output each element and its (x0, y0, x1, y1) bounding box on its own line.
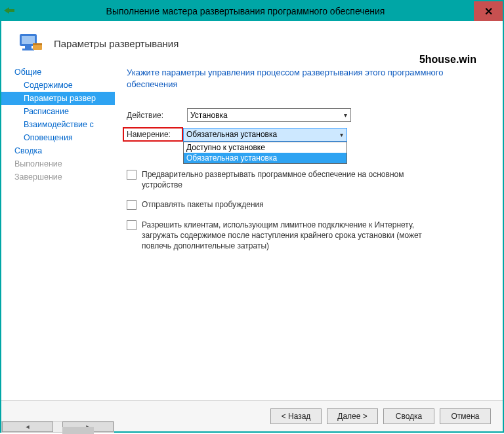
sidebar-item-summary[interactable]: Сводка (1, 144, 115, 157)
svg-rect-2 (22, 36, 35, 44)
check-wakeup-label: Отправлять пакеты пробуждения (142, 199, 264, 210)
wizard-window: Выполнение мастера развертывания програм… (0, 0, 504, 433)
wizard-computer-icon (17, 30, 43, 56)
options-group: Предварительно развертывать программное … (127, 169, 484, 251)
sidebar-item-user-experience[interactable]: Взаимодействие с (1, 118, 115, 131)
close-button[interactable]: ✕ (474, 1, 503, 21)
purpose-row: Намерение: Обязательная установка ▾ Дост… (127, 127, 484, 142)
cancel-button[interactable]: Отмена (440, 408, 491, 424)
chevron-down-icon: ▾ (336, 131, 346, 138)
purpose-select[interactable]: Обязательная установка ▾ Доступно к уста… (183, 128, 347, 142)
summary-button[interactable]: Сводка (383, 408, 434, 424)
wizard-content: Укажите параметры управления процессом р… (115, 63, 503, 400)
check-predeploy[interactable] (127, 170, 136, 180)
check-metered[interactable] (127, 220, 136, 230)
purpose-select-value: Обязательная установка (186, 130, 277, 139)
window-title: Выполнение мастера развертывания програм… (17, 6, 474, 16)
sidebar-item-general[interactable]: Общие (1, 66, 115, 79)
check-predeploy-row: Предварительно развертывать программное … (127, 169, 484, 190)
purpose-option-required[interactable]: Обязательная установка (184, 153, 346, 163)
next-button[interactable]: Далее > (327, 408, 378, 424)
sidebar-item-content[interactable]: Содержимое (1, 79, 115, 92)
chevron-down-icon: ▾ (340, 111, 350, 119)
titlebar: Выполнение мастера развертывания програм… (1, 1, 503, 21)
purpose-option-available[interactable]: Доступно к установке (184, 142, 346, 153)
svg-rect-4 (22, 49, 34, 50)
sidebar-item-deploy-params[interactable]: Параметры развер (1, 92, 115, 105)
wizard-body: Общие Содержимое Параметры развер Распис… (1, 63, 503, 400)
sidebar-hscrollbar[interactable]: ◄ ► (1, 421, 114, 433)
sidebar-item-progress: Выполнение (1, 157, 115, 170)
check-wakeup[interactable] (127, 200, 136, 210)
instruction-text: Укажите параметры управления процессом р… (127, 67, 484, 90)
action-select[interactable]: Установка ▾ (187, 108, 351, 122)
sidebar-item-alerts[interactable]: Оповещения (1, 131, 115, 144)
purpose-label: Намерение: (123, 127, 183, 142)
svg-marker-0 (4, 7, 14, 14)
svg-rect-6 (33, 43, 42, 45)
svg-rect-3 (25, 46, 32, 49)
page-header: Параметры развертывания 5house.win (1, 21, 503, 63)
check-metered-label: Разрешить клиентам, использующим лимитно… (142, 220, 444, 252)
action-select-value: Установка (190, 111, 228, 120)
nav-arrow-icon (1, 6, 17, 17)
wizard-sidebar: Общие Содержимое Параметры развер Распис… (1, 63, 115, 400)
back-button[interactable]: < Назад (270, 408, 322, 424)
check-metered-row: Разрешить клиентам, использующим лимитно… (127, 220, 484, 252)
sidebar-item-completion: Завершение (1, 170, 115, 184)
check-wakeup-row: Отправлять пакеты пробуждения (127, 199, 484, 210)
action-row: Действие: Установка ▾ (127, 108, 484, 122)
wizard-footer: ◄ ► < Назад Далее > Сводка Отмена (1, 400, 503, 431)
check-predeploy-label: Предварительно развертывать программное … (142, 169, 444, 190)
scroll-thumb[interactable] (62, 427, 94, 434)
page-title: Параметры развертывания (54, 38, 178, 49)
scroll-left-button[interactable]: ◄ (2, 422, 53, 432)
action-label: Действие: (127, 111, 187, 120)
sidebar-item-schedule[interactable]: Расписание (1, 105, 115, 118)
purpose-dropdown: Доступно к установке Обязательная устано… (183, 142, 347, 164)
